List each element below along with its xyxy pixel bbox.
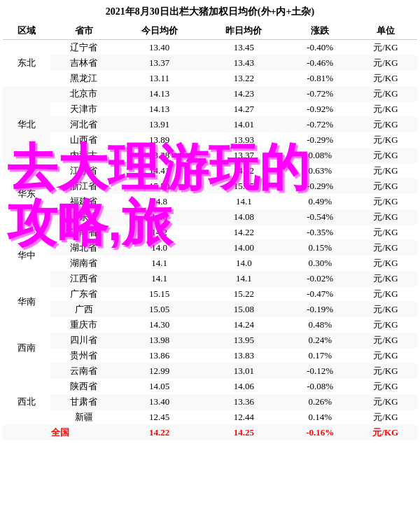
cell-change: 0.63% — [286, 163, 354, 179]
cell-change: -0.29% — [286, 132, 354, 148]
cell-unit: 元/KG — [354, 117, 417, 132]
cell-change: -0.08% — [286, 379, 354, 394]
table-row: 福建省14.814.10.49%元/KG — [3, 194, 417, 209]
cell-unit: 元/KG — [354, 286, 417, 302]
cell-change: 0.08% — [286, 148, 354, 163]
cell-unit: 元/KG — [354, 256, 417, 271]
cell-province: 湖北省 — [50, 240, 117, 256]
cell-today: 12.99 — [117, 363, 202, 379]
cell-unit: 元/KG — [354, 225, 417, 240]
cell-yesterday: 14.27 — [202, 102, 286, 117]
cell-yesterday: 14.1 — [202, 194, 286, 209]
cell-unit: 元/KG — [354, 333, 417, 348]
cell-unit: 元/KG — [354, 55, 417, 71]
cell-unit: 元/KG — [354, 194, 417, 209]
cell-province: 广东省 — [50, 286, 117, 302]
cell-province: 新疆 — [50, 410, 117, 425]
region-cell: 华北 — [3, 86, 50, 163]
cell-province: 江苏省 — [50, 163, 117, 179]
cell-yesterday: 13.93 — [202, 132, 286, 148]
cell-yesterday: 14.1 — [202, 271, 286, 286]
cell-today: 13.40 — [117, 394, 202, 410]
cell-yesterday: 14.06 — [202, 379, 286, 394]
cell-yesterday: 13.22 — [202, 71, 286, 86]
region-cell: 华中 — [3, 225, 50, 286]
col-unit: 单位 — [354, 22, 417, 40]
cell-today: 14.1 — [117, 271, 202, 286]
cell-today: 14.0 — [117, 240, 202, 256]
table-row: 山西省13.8913.93-0.29%元/KG — [3, 132, 417, 148]
cell-province: 江西省 — [50, 271, 117, 286]
cell-change: -0.72% — [286, 117, 354, 132]
cell-province: 甘肃省 — [50, 394, 117, 410]
cell-province: 福建省 — [50, 194, 117, 209]
cell-province: 重庆市 — [50, 317, 117, 333]
table-row: 内蒙古13.3813.370.08%元/KG — [3, 148, 417, 163]
cell-change: -0.72% — [286, 86, 354, 102]
cell-yesterday: 14.22 — [202, 225, 286, 240]
cell-yesterday: 13.37 — [202, 148, 286, 163]
cell-today: 13.98 — [117, 333, 202, 348]
cell-change: 0.17% — [286, 348, 354, 363]
col-province: 省市 — [50, 22, 117, 40]
cell-today: 13.38 — [117, 148, 202, 163]
table-row: 西北陕西省14.0514.06-0.08%元/KG — [3, 379, 417, 394]
cell-yesterday: 14.0 — [202, 256, 286, 271]
cell-province: 浙江省 — [50, 179, 117, 194]
cell-yesterday: 13.43 — [202, 55, 286, 71]
total-row: 全国14.2214.25-0.16%元/KG — [3, 425, 417, 440]
cell-province: 北京市 — [50, 86, 117, 102]
cell-yesterday: 13.83 — [202, 348, 286, 363]
table-row: 西南重庆市14.3014.240.48%元/KG — [3, 317, 417, 333]
cell-today: 14.0 — [117, 209, 202, 225]
cell-yesterday: 14.32 — [202, 163, 286, 179]
total-today: 14.22 — [117, 425, 202, 440]
table-row: 华中河南省14.214.22-0.35%元/KG — [3, 225, 417, 240]
total-yesterday: 14.25 — [202, 425, 286, 440]
col-change: 涨跌 — [286, 22, 354, 40]
price-table: 区域 省市 今日均价 昨日均价 涨跌 单位 东北辽宁省13.4013.45-0.… — [3, 22, 417, 440]
col-region: 区域 — [3, 22, 50, 40]
cell-today: 13.11 — [117, 71, 202, 86]
cell-change: 0.48% — [286, 317, 354, 333]
main-title: 2021年8月30日出栏大猪加权日均价(外+内+土杂) — [3, 6, 417, 18]
cell-province: 陕西省 — [50, 379, 117, 394]
cell-today: 14.13 — [117, 102, 202, 117]
cell-today: 12.45 — [117, 410, 202, 425]
cell-today: 13.91 — [117, 117, 202, 132]
cell-change: -0.40% — [286, 40, 354, 56]
cell-today: 14.8 — [117, 194, 202, 209]
cell-unit: 元/KG — [354, 40, 417, 56]
table-row: 吉林省13.3713.43-0.46%元/KG — [3, 55, 417, 71]
cell-yesterday: 15.55 — [202, 179, 286, 194]
table-row: 云南省12.9913.01-0.12%元/KG — [3, 363, 417, 379]
cell-yesterday: 14.08 — [202, 209, 286, 225]
cell-unit: 元/KG — [354, 363, 417, 379]
cell-change: -0.19% — [286, 302, 354, 317]
cell-today: 13.89 — [117, 132, 202, 148]
cell-change: -0.02% — [286, 271, 354, 286]
table-header: 区域 省市 今日均价 昨日均价 涨跌 单位 — [3, 22, 417, 40]
cell-yesterday: 14.00 — [202, 240, 286, 256]
cell-unit: 元/KG — [354, 148, 417, 163]
cell-province: 内蒙古 — [50, 148, 117, 163]
cell-province: 贵州省 — [50, 348, 117, 363]
cell-yesterday: 15.08 — [202, 302, 286, 317]
cell-today: 15.05 — [117, 302, 202, 317]
cell-change: -0.12% — [286, 363, 354, 379]
cell-province: 辽宁省 — [50, 40, 117, 56]
cell-unit: 元/KG — [354, 209, 417, 225]
table-row: 华北北京市14.1314.23-0.72%元/KG — [3, 86, 417, 102]
cell-yesterday: 13.01 — [202, 363, 286, 379]
cell-unit: 元/KG — [354, 302, 417, 317]
cell-today: 14.41 — [117, 163, 202, 179]
cell-unit: 元/KG — [354, 379, 417, 394]
cell-unit: 元/KG — [354, 179, 417, 194]
table-row: 湖北省14.014.000.15%元/KG — [3, 240, 417, 256]
cell-unit: 元/KG — [354, 86, 417, 102]
cell-unit: 元/KG — [354, 410, 417, 425]
cell-province: 黑龙江 — [50, 71, 117, 86]
cell-unit: 元/KG — [354, 102, 417, 117]
region-cell: 华南 — [3, 286, 50, 317]
cell-unit: 元/KG — [354, 394, 417, 410]
